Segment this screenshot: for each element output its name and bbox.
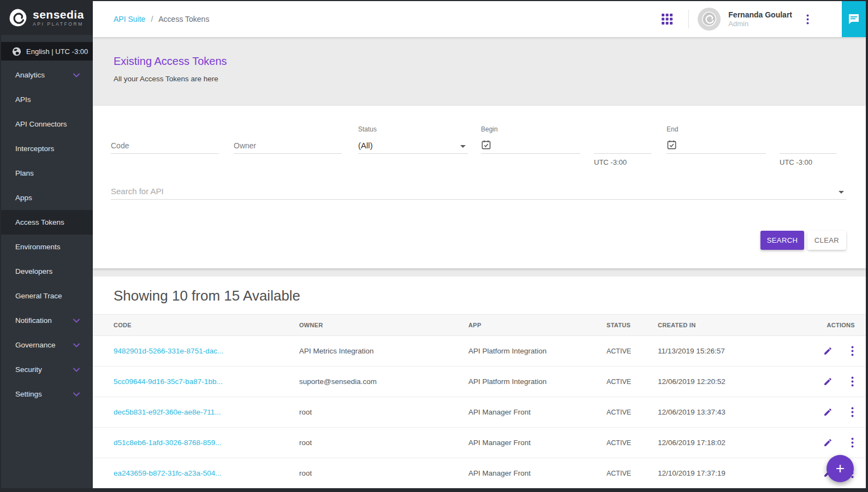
token-code-link[interactable]: 9482901d-5266-331e-8751-dac... — [114, 347, 299, 355]
row-menu-button[interactable] — [850, 375, 855, 388]
sidebar-item-settings[interactable]: Settings — [1, 382, 93, 406]
column-header-status: STATUS — [607, 322, 658, 328]
results-section: Showing 10 from 15 Available CODE OWNER … — [93, 277, 866, 488]
row-menu-button[interactable] — [850, 436, 855, 449]
pencil-icon — [823, 438, 833, 447]
end-time-input[interactable] — [780, 141, 837, 150]
results-summary: Showing 10 from 15 Available — [93, 277, 866, 314]
sidebar-item-governance[interactable]: Governance — [1, 333, 93, 357]
sidebar-item-api-connectors[interactable]: API Connectors — [1, 112, 93, 136]
user-name: Fernanda Goulart — [728, 10, 792, 20]
sidebar-item-interceptors[interactable]: Interceptors — [1, 136, 93, 161]
topbar-divider — [688, 10, 689, 28]
chevron-down-icon — [73, 343, 80, 347]
token-status: ACTIVE — [607, 470, 658, 477]
sidebar-item-general-trace[interactable]: General Trace — [1, 284, 93, 308]
support-chat-button[interactable] — [842, 1, 866, 37]
token-code-link[interactable]: ea243659-b872-31fc-a23a-504... — [114, 469, 299, 477]
kebab-menu-icon — [851, 376, 854, 387]
brand-name: sensedia — [33, 9, 84, 20]
avatar-logo-glyph — [701, 11, 717, 27]
page-head: Existing Access Tokens All your Access T… — [93, 37, 866, 106]
sidebar-item-developers[interactable]: Developers — [1, 259, 93, 284]
sidebar-item-label: Settings — [15, 390, 42, 398]
sidebar-item-label: Security — [15, 365, 42, 374]
row-menu-button[interactable] — [850, 406, 855, 418]
chevron-down-icon — [73, 73, 80, 77]
sidebar-item-label: Environments — [15, 243, 61, 251]
sidebar-item-label: Analytics — [15, 71, 45, 79]
status-select[interactable]: (All) — [358, 136, 468, 154]
apps-grid-button[interactable] — [661, 13, 673, 25]
main-area: API Suite / Access Tokens — [93, 1, 866, 488]
sidebar-item-label: Developers — [15, 267, 52, 275]
chevron-down-icon — [73, 319, 80, 323]
token-owner: root — [299, 469, 468, 477]
edit-token-button[interactable] — [822, 376, 834, 387]
code-field — [111, 125, 219, 154]
topbar: API Suite / Access Tokens — [93, 1, 866, 37]
begin-datepicker-button[interactable] — [481, 140, 491, 150]
begin-date-input[interactable] — [496, 141, 580, 150]
status-field: Status (All) — [358, 125, 468, 154]
token-created: 12/10/2019 17:37:19 — [658, 469, 811, 477]
row-menu-button[interactable] — [850, 345, 855, 357]
sidebar-item-plans[interactable]: Plans — [1, 161, 93, 185]
token-code-link[interactable]: d51c8eb6-1afd-3026-8768-859... — [114, 439, 299, 447]
sidebar-item-apps[interactable]: Apps — [1, 185, 93, 210]
user-menu-button[interactable] — [806, 14, 809, 25]
edit-token-button[interactable] — [822, 406, 834, 418]
breadcrumb-api-suite[interactable]: API Suite — [114, 15, 145, 23]
begin-time-input[interactable] — [594, 141, 651, 150]
token-app: API Manager Front — [468, 408, 607, 416]
clear-button[interactable]: CLEAR — [807, 231, 846, 250]
locale-selector[interactable]: English | UTC -3:00 — [1, 42, 93, 61]
code-input[interactable] — [111, 141, 219, 150]
apps-grid-icon — [661, 13, 673, 25]
token-app: API Platform Integration — [468, 347, 607, 355]
app-window: sensedia API PLATFORM English | UTC -3:0… — [0, 0, 868, 492]
column-header-code: CODE — [114, 322, 299, 328]
dropdown-arrow-icon — [460, 145, 466, 148]
owner-input[interactable] — [234, 141, 342, 150]
dropdown-arrow-icon — [839, 191, 844, 194]
token-status: ACTIVE — [607, 439, 658, 447]
add-token-button[interactable]: + — [827, 455, 854, 482]
begin-utc-caption: UTC -3:00 — [594, 158, 651, 166]
table-row: dec5b831-e92f-360e-ae8e-711... root API … — [93, 397, 866, 428]
end-datepicker-button[interactable] — [667, 140, 677, 150]
sidebar-item-analytics[interactable]: Analytics — [1, 63, 93, 87]
brand-logo[interactable]: sensedia API PLATFORM — [1, 1, 93, 35]
pencil-icon — [823, 346, 833, 356]
sidebar-item-environments[interactable]: Environments — [1, 235, 93, 259]
kebab-menu-icon — [851, 346, 854, 356]
column-header-app: APP — [468, 322, 607, 328]
sidebar-item-access-tokens[interactable]: Access Tokens — [1, 210, 93, 235]
token-status: ACTIVE — [607, 378, 658, 386]
token-code-link[interactable]: dec5b831-e92f-360e-ae8e-711... — [114, 408, 299, 416]
chevron-down-icon — [73, 368, 80, 372]
user-block[interactable]: Fernanda Goulart Admin — [728, 10, 792, 28]
token-code-link[interactable]: 5cc09644-9d16-35c7-ba87-1bb... — [114, 377, 299, 386]
api-search-input[interactable] — [111, 187, 846, 196]
end-date-input[interactable] — [681, 141, 766, 150]
sidebar-item-security[interactable]: Security — [1, 357, 93, 382]
sidebar-item-label: Apps — [15, 194, 32, 202]
sidebar-item-label: Interceptors — [15, 145, 54, 153]
avatar[interactable] — [698, 8, 721, 31]
sidebar-item-notification[interactable]: Notification — [1, 308, 93, 333]
sidebar-item-label: Notification — [15, 316, 52, 325]
edit-token-button[interactable] — [822, 345, 834, 357]
sidebar-item-apis[interactable]: APIs — [1, 87, 93, 112]
pencil-icon — [823, 407, 833, 417]
kebab-menu-icon — [851, 437, 854, 448]
token-owner: API Metrics Integration — [299, 347, 468, 355]
edit-token-button[interactable] — [822, 437, 834, 448]
sidebar-nav: Analytics APIs API Connectors In — [1, 61, 93, 488]
breadcrumb-current: Access Tokens — [158, 15, 209, 23]
token-app: API Platform Integration — [468, 377, 607, 386]
filter-card: Status (All) Begin — [93, 106, 866, 268]
search-button[interactable]: SEARCH — [760, 231, 804, 250]
locale-label: English | UTC -3:00 — [26, 47, 88, 56]
end-label: End — [667, 125, 766, 136]
